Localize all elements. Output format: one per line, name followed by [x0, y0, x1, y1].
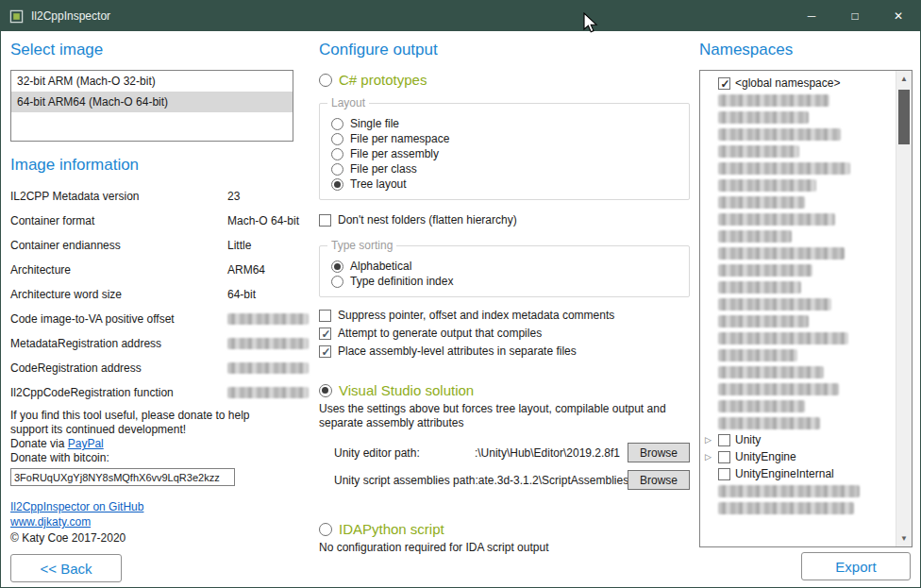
redacted-namespace: [718, 247, 845, 260]
unity-script-path-row: Unity script assemblies path: ate.3d-3.1…: [319, 470, 690, 490]
layout-option[interactable]: File per assembly: [331, 147, 679, 160]
radio-icon: [319, 523, 332, 536]
browse-editor-path-button[interactable]: Browse: [628, 443, 690, 462]
layout-option[interactable]: Single file: [331, 117, 679, 130]
checkbox-label: Suppress pointer, offset and index metad…: [338, 309, 614, 322]
namespace-item[interactable]: [703, 363, 895, 380]
namespace-item[interactable]: [703, 414, 895, 431]
unity-script-path-value: ate.3d-3.1.2\ScriptAssemblies: [478, 474, 628, 487]
namespace-item[interactable]: <global namespace>: [703, 75, 895, 92]
namespace-item[interactable]: [703, 109, 895, 126]
titlebar[interactable]: Il2CppInspector ─ □ ✕: [1, 1, 920, 31]
groupbox-title: Type sorting: [327, 239, 396, 252]
info-label: Architecture: [10, 263, 227, 277]
namespace-item[interactable]: [703, 126, 895, 143]
namespace-item[interactable]: [703, 499, 895, 516]
namespace-item[interactable]: Unity: [703, 431, 895, 448]
option-label: C# prototypes: [339, 72, 427, 88]
image-list-item[interactable]: 32-bit ARM (Mach-O 32-bit): [11, 71, 293, 92]
namespace-label: Unity: [735, 433, 761, 446]
redacted-namespace: [718, 281, 801, 294]
checkbox-icon: [718, 468, 730, 480]
redacted-namespace: [718, 315, 809, 328]
output-checkbox[interactable]: Suppress pointer, offset and index metad…: [319, 309, 690, 322]
layout-option[interactable]: File per class: [331, 162, 679, 176]
radio-csharp-prototypes[interactable]: C# prototypes: [319, 72, 690, 88]
option-label: IDAPython script: [339, 521, 444, 537]
unity-editor-path-row: Unity editor path: :\Unity\Hub\Editor\20…: [319, 443, 690, 462]
namespace-item[interactable]: [703, 380, 895, 397]
github-link[interactable]: Il2CppInspector on GitHub: [10, 500, 143, 513]
layout-option[interactable]: Tree layout: [331, 177, 679, 191]
info-label: Architecture word size: [10, 288, 227, 301]
type-sorting-options: AlphabeticalType definition index: [331, 260, 679, 288]
namespace-item[interactable]: [703, 244, 895, 261]
minimize-button[interactable]: ─: [790, 1, 833, 31]
namespace-item[interactable]: UnityEngine: [703, 448, 895, 465]
namespace-item[interactable]: [703, 346, 895, 363]
scrollbar-thumb[interactable]: [898, 90, 910, 144]
namespace-item[interactable]: [703, 92, 895, 109]
back-button[interactable]: << Back: [10, 554, 122, 582]
checkbox-icon: [319, 214, 331, 227]
redacted-value: [227, 387, 309, 398]
namespace-item[interactable]: [703, 278, 895, 295]
layout-option[interactable]: File per namespace: [331, 132, 679, 145]
namespace-item[interactable]: [703, 160, 895, 176]
namespace-item[interactable]: [703, 482, 895, 499]
namespace-item[interactable]: UnityEngineInternal: [703, 465, 895, 482]
namespace-item[interactable]: [703, 261, 895, 278]
info-label: CodeRegistration address: [10, 361, 227, 375]
radio-icon: [319, 74, 332, 87]
layout-options: Single fileFile per namespaceFile per as…: [331, 117, 679, 191]
type-sorting-option[interactable]: Alphabetical: [331, 260, 679, 273]
info-row: Code image-to-VA positive offset: [10, 307, 309, 331]
paypal-link[interactable]: PayPal: [68, 437, 104, 450]
maximize-button[interactable]: □: [833, 1, 877, 31]
flatten-checkbox[interactable]: Don't nest folders (flatten hierarchy): [319, 213, 690, 227]
info-label: Il2CppCodeRegistration function: [10, 386, 227, 399]
expander-icon[interactable]: [703, 448, 713, 465]
path-label: Unity editor path:: [334, 446, 420, 460]
export-button[interactable]: Export: [801, 552, 911, 580]
namespace-item[interactable]: [703, 176, 895, 193]
info-row: Il2CppCodeRegistration function: [10, 380, 309, 405]
namespace-item[interactable]: [703, 193, 895, 210]
radio-icon: [331, 163, 343, 176]
namespace-item[interactable]: [703, 329, 895, 346]
window-title: Il2CppInspector: [31, 9, 110, 23]
namespace-label: UnityEngineInternal: [735, 467, 834, 480]
website-link[interactable]: www.djkaty.com: [10, 515, 91, 529]
redacted-namespace: [718, 417, 820, 429]
image-list-item[interactable]: 64-bit ARM64 (Mach-O 64-bit): [11, 92, 293, 112]
namespaces-box: <global namespace>UnityUnityEngineUnityE…: [699, 70, 913, 547]
output-checkbox[interactable]: Attempt to generate output that compiles: [319, 327, 690, 340]
app-icon: [9, 9, 24, 24]
scrollbar[interactable]: [896, 71, 912, 546]
output-checkbox[interactable]: Place assembly-level attributes in separ…: [319, 344, 690, 358]
vs-description: Uses the settings above but forces tree …: [319, 402, 690, 430]
radio-icon: [331, 148, 343, 160]
namespace-item[interactable]: [703, 312, 895, 329]
radio-visual-studio-solution[interactable]: Visual Studio solution: [319, 382, 690, 398]
namespace-item[interactable]: [703, 397, 895, 414]
type-sorting-groupbox: Type sorting AlphabeticalType definition…: [319, 245, 690, 297]
redacted-namespace: [718, 128, 841, 141]
expander-icon[interactable]: [703, 431, 713, 448]
browse-script-path-button[interactable]: Browse: [628, 470, 690, 490]
radio-idapython-script[interactable]: IDAPython script: [319, 521, 690, 537]
radio-icon: [331, 178, 343, 191]
checkbox-icon: [319, 345, 331, 358]
type-sorting-option[interactable]: Type definition index: [331, 275, 679, 288]
info-row: ArchitectureARM64: [10, 258, 309, 282]
namespace-item[interactable]: [703, 227, 895, 244]
checkbox-icon: [319, 310, 331, 322]
scroll-up-icon[interactable]: [896, 71, 912, 87]
namespace-item[interactable]: [703, 295, 895, 312]
scroll-down-icon[interactable]: [896, 530, 912, 546]
image-listbox[interactable]: 32-bit ARM (Mach-O 32-bit)64-bit ARM64 (…: [10, 70, 293, 142]
close-button[interactable]: ✕: [877, 1, 920, 31]
bitcoin-address-input[interactable]: [10, 468, 235, 486]
namespace-item[interactable]: [703, 143, 895, 160]
namespace-item[interactable]: [703, 210, 895, 227]
